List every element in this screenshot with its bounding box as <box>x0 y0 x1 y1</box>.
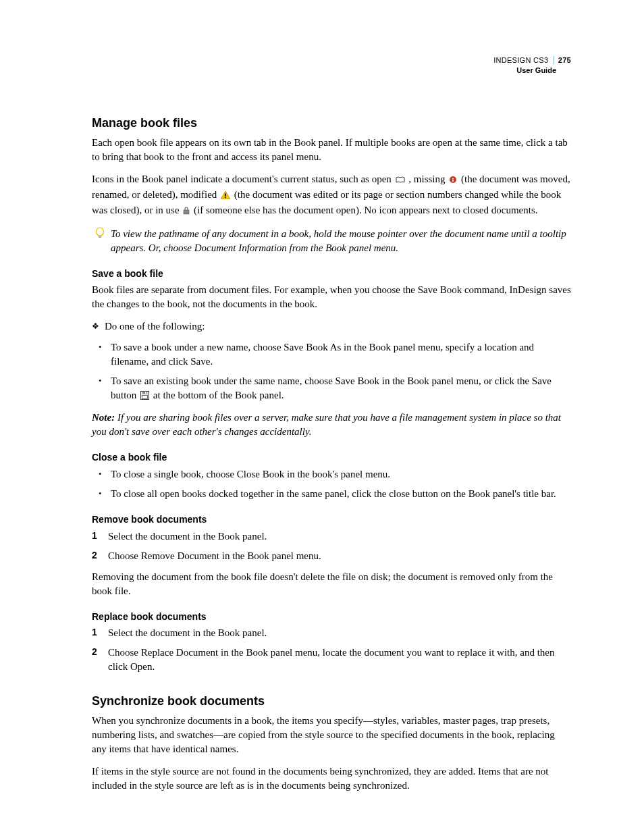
step-text: Select the document in the Book panel. <box>108 626 571 640</box>
bullet-list: • To save a book under a new name, choos… <box>92 340 571 404</box>
list-item: • To close all open books docked togethe… <box>92 487 571 501</box>
tip-block: To view the pathname of any document in … <box>95 227 571 255</box>
list-text: To save a book under a new name, choose … <box>111 340 571 369</box>
step-text: Select the document in the Book panel. <box>108 529 571 544</box>
header-doc-type: User Guide <box>92 66 571 76</box>
header-page-number: 275 <box>554 56 571 64</box>
text-run: (if someone else has the document open).… <box>194 205 537 215</box>
header-product: INDESIGN CS3 <box>493 56 548 64</box>
step-list: 1 Select the document in the Book panel.… <box>92 626 571 674</box>
note-label: Note: <box>92 412 115 423</box>
lead-in: ❖ Do one of the following: <box>92 319 571 334</box>
svg-rect-10 <box>142 392 147 394</box>
paragraph: Book files are separate from document fi… <box>92 283 571 311</box>
section-title-manage: Manage book files <box>92 115 571 132</box>
note-text: If you are sharing book files over a ser… <box>92 412 561 437</box>
section-title-sync: Synchronize book documents <box>92 693 571 710</box>
svg-rect-4 <box>225 197 226 198</box>
text-run: at the bottom of the Book panel. <box>153 390 284 400</box>
list-item: 2 Choose Remove Document in the Book pan… <box>92 549 571 563</box>
warning-icon <box>221 189 230 203</box>
subheading-save: Save a book file <box>92 267 571 281</box>
step-text: Choose Replace Document in the Book pane… <box>108 646 571 674</box>
subheading-remove: Remove book documents <box>92 513 571 527</box>
missing-icon <box>449 174 457 188</box>
subheading-replace: Replace book documents <box>92 610 571 624</box>
svg-rect-3 <box>225 193 226 196</box>
svg-rect-2 <box>452 180 454 182</box>
svg-rect-8 <box>99 236 101 237</box>
step-text: Choose Remove Document in the Book panel… <box>108 549 571 563</box>
svg-rect-5 <box>184 210 189 214</box>
list-item: • To save a book under a new name, choos… <box>92 340 571 369</box>
svg-rect-7 <box>99 235 102 236</box>
paragraph: When you synchronize documents in a book… <box>92 714 571 756</box>
step-number: 1 <box>92 626 101 640</box>
svg-rect-11 <box>145 392 146 394</box>
open-book-icon <box>396 174 405 188</box>
step-list: 1 Select the document in the Book panel.… <box>92 529 571 563</box>
bullet-list: • To close a single book, choose Close B… <box>92 467 571 501</box>
svg-point-1 <box>452 178 454 179</box>
list-item: • To save an existing book under the sam… <box>92 374 571 404</box>
lock-icon <box>183 205 190 219</box>
list-item: 2 Choose Replace Document in the Book pa… <box>92 646 571 674</box>
step-number: 2 <box>92 646 101 674</box>
list-text: To close all open books docked together … <box>111 487 571 501</box>
step-number: 2 <box>92 549 101 563</box>
list-item: 1 Select the document in the Book panel. <box>92 529 571 544</box>
bullet-icon: • <box>99 340 104 369</box>
list-item: 1 Select the document in the Book panel. <box>92 626 571 640</box>
paragraph: Each open book file appears on its own t… <box>92 136 571 164</box>
diamond-bullet-icon: ❖ <box>92 319 99 334</box>
running-header: INDESIGN CS3 275 User Guide <box>92 55 571 76</box>
subheading-close: Close a book file <box>92 451 571 465</box>
step-number: 1 <box>92 529 101 544</box>
lead-text: Do one of the following: <box>105 319 205 334</box>
text-run: , missing <box>408 174 448 184</box>
save-disk-icon <box>140 390 149 404</box>
paragraph: If items in the style source are not fou… <box>92 764 571 793</box>
svg-rect-12 <box>142 396 148 399</box>
svg-point-6 <box>97 228 104 236</box>
list-text: To save an existing book under the same … <box>111 374 571 404</box>
bullet-icon: • <box>99 374 104 404</box>
list-text: To close a single book, choose Close Boo… <box>111 467 571 481</box>
lightbulb-icon <box>95 227 105 255</box>
note-paragraph: Note: If you are sharing book files over… <box>92 411 571 439</box>
bullet-icon: • <box>99 487 104 501</box>
header-product-line: INDESIGN CS3 275 <box>92 55 571 66</box>
page-content: INDESIGN CS3 275 User Guide Manage book … <box>0 0 644 834</box>
list-item: • To close a single book, choose Close B… <box>92 467 571 481</box>
paragraph: Removing the document from the book file… <box>92 570 571 598</box>
paragraph-icons: Icons in the Book panel indicate a docum… <box>92 172 571 219</box>
tip-text: To view the pathname of any document in … <box>111 227 571 255</box>
text-run: Icons in the Book panel indicate a docum… <box>92 174 394 184</box>
bullet-icon: • <box>99 467 104 481</box>
